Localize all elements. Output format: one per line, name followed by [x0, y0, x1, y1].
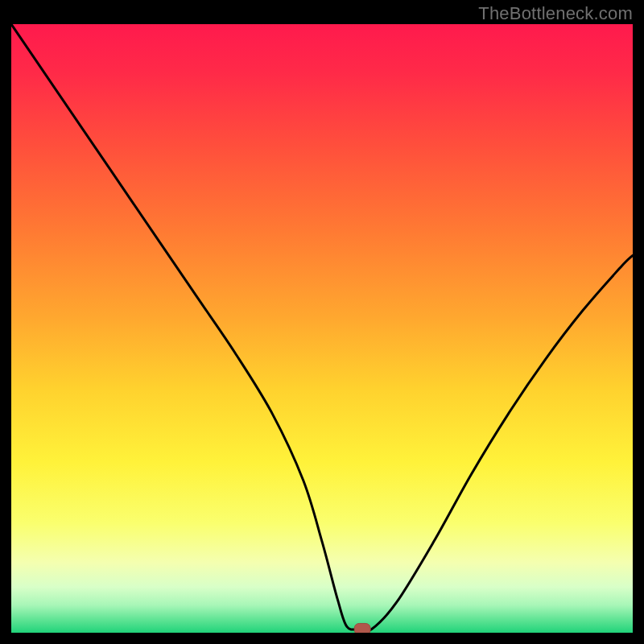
- watermark-text: TheBottleneck.com: [478, 3, 633, 24]
- chart-svg: [11, 24, 633, 633]
- chart-frame: TheBottleneck.com: [0, 0, 644, 644]
- optimal-point-marker: [354, 623, 370, 633]
- plot-area: [11, 24, 633, 633]
